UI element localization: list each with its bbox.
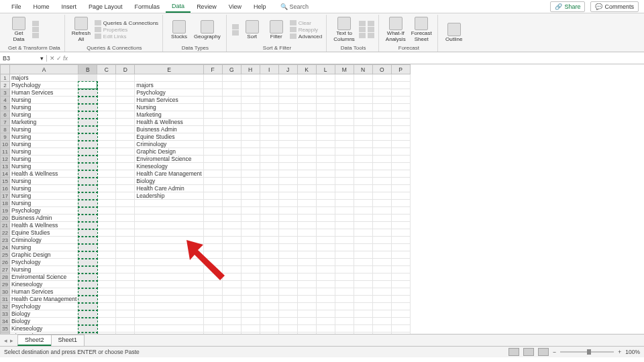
cell-N24[interactable] [354, 244, 372, 251]
cell-I36[interactable] [260, 333, 278, 335]
cell-C16[interactable] [97, 185, 116, 192]
text-to-columns-button[interactable]: Text toColumns [332, 15, 356, 44]
queries-connections-button[interactable]: Queries & Connections [95, 20, 158, 26]
cell-F13[interactable] [203, 163, 222, 170]
cell-F31[interactable] [203, 296, 222, 303]
cell-O16[interactable] [372, 185, 391, 192]
cell-H12[interactable] [241, 156, 260, 163]
cell-M24[interactable] [335, 244, 354, 251]
cell-I1[interactable] [260, 74, 278, 82]
cell-A15[interactable]: Nursing [10, 178, 78, 185]
cell-D10[interactable] [116, 141, 135, 148]
cell-P35[interactable] [391, 325, 410, 333]
cell-B25[interactable] [78, 251, 97, 259]
cell-M26[interactable] [335, 259, 354, 266]
cell-J30[interactable] [278, 288, 297, 296]
cell-O5[interactable] [372, 104, 391, 111]
cell-N7[interactable] [354, 119, 372, 126]
cell-P19[interactable] [391, 207, 410, 215]
cell-N20[interactable] [354, 215, 372, 222]
row-header-33[interactable]: 33 [1, 310, 10, 318]
cell-J4[interactable] [278, 97, 297, 104]
cell-A29[interactable]: Kineseology [10, 281, 78, 288]
cell-O9[interactable] [372, 133, 391, 141]
cell-F12[interactable] [203, 156, 222, 163]
cell-E15[interactable]: Biology [135, 178, 203, 185]
cell-L3[interactable] [316, 89, 335, 97]
cell-M23[interactable] [335, 237, 354, 244]
cell-J26[interactable] [278, 259, 297, 266]
cell-C23[interactable] [97, 237, 116, 244]
cell-I31[interactable] [260, 296, 278, 303]
cell-M1[interactable] [335, 74, 354, 82]
cell-K21[interactable] [297, 222, 316, 229]
tab-pagelayout[interactable]: Page Layout [83, 1, 129, 12]
cell-E36[interactable] [135, 333, 203, 335]
cell-P10[interactable] [391, 141, 410, 148]
cell-P23[interactable] [391, 237, 410, 244]
cell-D3[interactable] [116, 89, 135, 97]
cell-O23[interactable] [372, 237, 391, 244]
cell-A19[interactable]: Psychology [10, 207, 78, 215]
cell-F21[interactable] [203, 222, 222, 229]
tab-home[interactable]: Home [28, 1, 56, 12]
cell-O19[interactable] [372, 207, 391, 215]
cell-I6[interactable] [260, 111, 278, 119]
cell-F2[interactable] [203, 82, 222, 89]
cell-N5[interactable] [354, 104, 372, 111]
tab-file[interactable]: File [5, 1, 28, 12]
refresh-all-button[interactable]: RefreshAll [70, 15, 92, 44]
cell-C13[interactable] [97, 163, 116, 170]
cell-C17[interactable] [97, 192, 116, 200]
get-data-button[interactable]: GetData [8, 15, 30, 44]
cell-A17[interactable]: Nursing [10, 192, 78, 200]
cell-B23[interactable] [78, 237, 97, 244]
cell-A8[interactable]: Nursing [10, 126, 78, 133]
cell-M34[interactable] [335, 318, 354, 325]
cell-C26[interactable] [97, 259, 116, 266]
row-header-22[interactable]: 22 [1, 229, 10, 237]
cell-M15[interactable] [335, 178, 354, 185]
whatif-button[interactable]: What-IfAnalysis [384, 15, 407, 44]
cell-O14[interactable] [372, 170, 391, 178]
cell-O15[interactable] [372, 178, 391, 185]
cell-I25[interactable] [260, 251, 278, 259]
cell-E30[interactable] [135, 288, 203, 296]
cell-A16[interactable]: Nursing [10, 185, 78, 192]
cell-O2[interactable] [372, 82, 391, 89]
cell-J19[interactable] [278, 207, 297, 215]
cell-M13[interactable] [335, 163, 354, 170]
cell-I14[interactable] [260, 170, 278, 178]
cell-F14[interactable] [203, 170, 222, 178]
cell-K9[interactable] [297, 133, 316, 141]
cell-L17[interactable] [316, 192, 335, 200]
cell-O8[interactable] [372, 126, 391, 133]
col-header-N[interactable]: N [354, 65, 372, 74]
cell-D1[interactable] [116, 74, 135, 82]
cell-L15[interactable] [316, 178, 335, 185]
cell-L5[interactable] [316, 104, 335, 111]
cell-H4[interactable] [241, 97, 260, 104]
cell-F4[interactable] [203, 97, 222, 104]
cell-D5[interactable] [116, 104, 135, 111]
cell-K23[interactable] [297, 237, 316, 244]
cell-C32[interactable] [97, 303, 116, 310]
row-header-29[interactable]: 29 [1, 281, 10, 288]
cell-C31[interactable] [97, 296, 116, 303]
cell-O6[interactable] [372, 111, 391, 119]
cell-J34[interactable] [278, 318, 297, 325]
cell-G32[interactable] [222, 303, 241, 310]
cell-K11[interactable] [297, 148, 316, 156]
cell-M10[interactable] [335, 141, 354, 148]
cell-N25[interactable] [354, 251, 372, 259]
cell-O24[interactable] [372, 244, 391, 251]
cell-B9[interactable] [78, 133, 97, 141]
cell-H23[interactable] [241, 237, 260, 244]
cell-E1[interactable] [135, 74, 203, 82]
cell-A22[interactable]: Equine Studies [10, 229, 78, 237]
cell-K30[interactable] [297, 288, 316, 296]
cell-G11[interactable] [222, 148, 241, 156]
tab-formulas[interactable]: Formulas [129, 1, 166, 12]
cell-A12[interactable]: Nursing [10, 156, 78, 163]
enter-icon[interactable]: ✓ [56, 55, 62, 62]
